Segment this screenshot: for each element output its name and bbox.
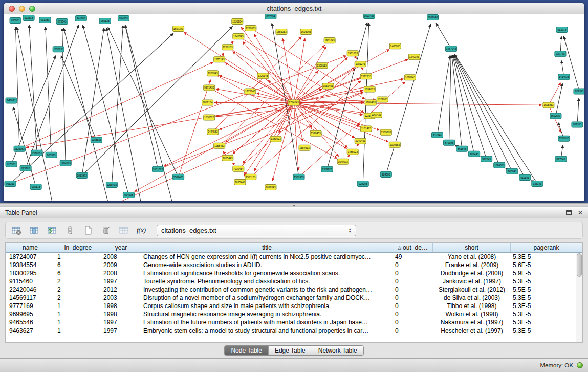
graph-node[interactable]: 1275143 [214, 57, 225, 62]
column-header-out_degree[interactable]: △out_de… [393, 243, 433, 252]
table-row[interactable]: 969969511998Structural magnetic resonanc… [6, 310, 582, 318]
graph-node[interactable]: 9444563 [207, 129, 219, 135]
graph-edge[interactable] [297, 59, 408, 102]
table-row[interactable]: 911546021997Tourette syndrome. Phenomeno… [6, 277, 582, 286]
graph-node[interactable]: 2240463 [355, 138, 366, 144]
column-header-in_degree[interactable]: in_degree [55, 243, 101, 252]
cell-in_degree[interactable]: 1 [55, 318, 101, 326]
cell-out_degree[interactable]: 0 [393, 310, 433, 318]
graph-edge[interactable] [297, 104, 389, 142]
graph-node[interactable]: 1724043 [288, 100, 299, 105]
graph-node[interactable]: 913973 [556, 27, 568, 33]
graph-edge[interactable] [221, 53, 224, 57]
cell-title[interactable]: Changes of HCN gene expression and I(f) … [141, 253, 393, 261]
graph-edge[interactable] [161, 92, 363, 168]
graph-node[interactable]: 861543 [456, 146, 468, 151]
graph-node[interactable]: 825763 [20, 165, 31, 171]
column-header-year[interactable]: year [101, 243, 141, 252]
cell-title[interactable]: Investigating the contribution of common… [141, 286, 393, 294]
cell-title[interactable]: Structural magnetic resonance image aver… [141, 310, 393, 318]
cell-in_degree[interactable]: 1 [55, 310, 101, 318]
table-row[interactable]: 1938455462009Genome-wide association stu… [6, 261, 582, 269]
graph-node[interactable]: 1321063 [377, 97, 388, 102]
select-columns-icon[interactable] [46, 224, 59, 237]
graph-node[interactable]: 946693 [6, 98, 17, 103]
graph-edge[interactable] [108, 27, 177, 174]
graph-node[interactable]: 1595853 [543, 102, 554, 108]
cell-name[interactable]: 18300295 [6, 269, 55, 277]
graph-edge[interactable] [560, 36, 561, 51]
graph-node[interactable]: 1094563 [494, 162, 505, 168]
graph-node[interactable]: 1485023 [347, 149, 358, 155]
graph-node[interactable]: 1201033 [558, 136, 570, 141]
graph-node[interactable]: 1242043 [233, 34, 244, 39]
graph-node[interactable]: 1830023 [204, 115, 215, 120]
graph-node[interactable]: 8181043 [427, 15, 438, 20]
graph-edge[interactable] [453, 55, 486, 156]
graph-node[interactable]: 1320143 [257, 73, 269, 79]
table-row[interactable]: 946362711997Embryonic stem cells: a mode… [6, 326, 582, 335]
graph-edge[interactable] [563, 36, 578, 89]
cell-pagerank[interactable]: 5.3E-5 [511, 253, 582, 261]
graph-node[interactable]: 1414533 [558, 74, 570, 80]
graph-edge[interactable] [46, 27, 51, 152]
graph-node[interactable]: 924593 [123, 192, 134, 198]
graph-node[interactable]: 1053133 [53, 47, 64, 52]
graph-edge[interactable] [106, 28, 141, 201]
graph-node[interactable]: 1383023 [270, 136, 281, 142]
cell-in_degree[interactable]: 2 [55, 277, 101, 286]
graph-node[interactable]: 1509283 [380, 129, 391, 135]
graph-node[interactable]: 912313 [23, 15, 34, 21]
cell-name[interactable]: 19384554 [6, 261, 55, 269]
cell-short[interactable]: Franke et al. (2009) [433, 261, 511, 269]
table-vertical-scrollbar[interactable] [576, 253, 582, 342]
graph-node[interactable]: 879193 [444, 140, 455, 145]
graph-node[interactable]: 1186463 [365, 100, 376, 105]
graph-edge[interactable] [452, 55, 462, 146]
cell-name[interactable]: 14569117 [6, 294, 55, 302]
graph-node[interactable]: 965323 [99, 18, 111, 24]
cell-short[interactable]: Tibbo et al. (1998) [433, 302, 511, 310]
cell-year[interactable]: 2003 [101, 294, 141, 302]
tab-network-table[interactable]: Network Table [312, 346, 363, 355]
scrollbar-thumb[interactable] [577, 253, 582, 277]
graph-edge[interactable] [230, 58, 347, 156]
graph-node[interactable]: 921393 [574, 89, 584, 94]
cell-name[interactable]: 9463627 [6, 326, 55, 335]
graph-edge[interactable] [301, 82, 405, 175]
graph-edge[interactable] [222, 45, 325, 143]
table-settings-icon[interactable] [10, 224, 23, 237]
table-row[interactable]: 946554611997Estimation of the future num… [6, 318, 582, 326]
cell-in_degree[interactable]: 6 [55, 261, 101, 269]
cell-year[interactable]: 1997 [101, 277, 141, 286]
graph-node[interactable]: 1552463 [322, 83, 334, 89]
graph-node[interactable]: 836933 [10, 18, 21, 24]
graph-node[interactable]: 1623423 [363, 14, 375, 19]
cell-short[interactable]: Wolkin et al. (1998) [433, 310, 511, 318]
cell-pagerank[interactable]: 5.3E-5 [511, 294, 582, 302]
graph-edge[interactable] [558, 122, 563, 136]
graph-node[interactable]: 1656053 [276, 29, 287, 35]
cell-pagerank[interactable]: 5.9E-5 [511, 269, 582, 277]
cell-title[interactable]: Estimation of the future numbers of pati… [141, 318, 393, 326]
graph-node[interactable]: 2526063 [14, 146, 25, 151]
graph-edge[interactable] [556, 83, 562, 113]
cell-year[interactable]: 2009 [101, 261, 141, 269]
cell-name[interactable]: 9777169 [6, 302, 55, 310]
graph-node[interactable]: 963213 [5, 181, 16, 186]
cell-pagerank[interactable]: 5.5E-5 [511, 286, 582, 294]
cell-short[interactable]: Yano et al. (2008) [433, 253, 511, 261]
cell-title[interactable]: Disruption of a novel member of a sodium… [141, 294, 393, 302]
graph-node[interactable]: 1485083 [389, 43, 401, 49]
table-row[interactable]: 2242004622012Investigating the contribut… [6, 286, 582, 294]
graph-node[interactable]: 9581133 [245, 174, 256, 180]
float-panel-icon[interactable] [566, 210, 572, 215]
graph-node[interactable]: 1634813 [364, 86, 375, 92]
cell-title[interactable]: Embryonic stem cells: a model to study s… [141, 326, 393, 335]
graph-edge[interactable] [61, 55, 95, 137]
graph-edge[interactable] [272, 105, 293, 181]
graph-node[interactable]: 815503 [6, 161, 17, 167]
cell-pagerank[interactable]: 5.3E-5 [511, 302, 582, 310]
cell-out_degree[interactable]: 0 [393, 277, 433, 286]
graph-node[interactable]: 965373 [46, 152, 57, 158]
